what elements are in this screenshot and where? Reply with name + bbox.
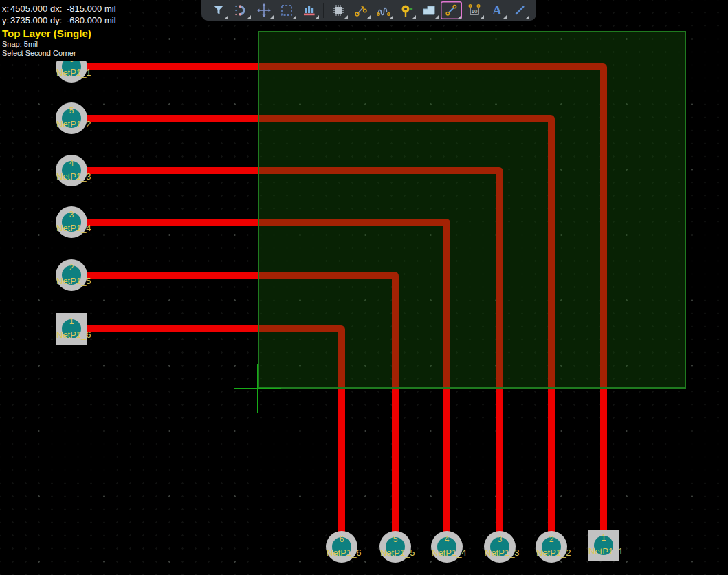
bottom-pad-4[interactable]: 4NetP1_4 bbox=[431, 531, 463, 563]
flyout-corner-icon bbox=[412, 15, 416, 19]
pad-net-label: NetP1_6 bbox=[56, 330, 91, 340]
flyout-corner-icon bbox=[526, 15, 529, 19]
pad-designator: 5 bbox=[56, 107, 87, 116]
flyout-corner-icon bbox=[503, 15, 507, 19]
tool-move-button[interactable] bbox=[253, 1, 274, 19]
bottom-pad-1[interactable]: 1NetP1_1 bbox=[588, 530, 619, 561]
route-arrow-icon bbox=[353, 3, 368, 18]
via-icon bbox=[399, 3, 414, 18]
tool-area-select-button[interactable] bbox=[276, 1, 297, 19]
active-layer-label: Top Layer (Single) bbox=[2, 27, 116, 40]
hud-dx-value: -815.000 mil bbox=[67, 3, 116, 14]
hud-x-value: 4505.000 bbox=[10, 3, 50, 14]
text-icon: A bbox=[489, 3, 505, 18]
flyout-corner-icon bbox=[316, 15, 319, 19]
flyout-corner-icon bbox=[270, 15, 274, 19]
bottom-pad-3[interactable]: 3NetP1_3 bbox=[484, 531, 516, 563]
pad-designator: 3 bbox=[484, 535, 516, 544]
left-pad-1[interactable]: 1NetP1_6 bbox=[56, 313, 87, 345]
pad-designator: 2 bbox=[536, 535, 567, 544]
pad-net-label: NetP1_5 bbox=[380, 548, 415, 558]
selection-rectangle bbox=[258, 31, 686, 389]
hud-dy-label: dy: bbox=[50, 14, 67, 26]
floating-toolbar: 10A bbox=[201, 0, 536, 21]
line-icon bbox=[512, 3, 527, 18]
selection-rect-icon bbox=[279, 3, 294, 18]
flyout-corner-icon bbox=[390, 15, 393, 19]
toolbar-separator bbox=[323, 3, 324, 18]
flyout-corner-icon bbox=[293, 15, 296, 19]
flyout-corner-icon bbox=[225, 15, 228, 19]
pad-net-label: NetP1_4 bbox=[56, 224, 91, 233]
pad-net-label: NetP1_2 bbox=[56, 120, 91, 129]
bottom-pad-5[interactable]: 5NetP1_5 bbox=[379, 531, 411, 563]
tool-place-line-button[interactable] bbox=[509, 1, 530, 19]
flyout-corner-icon bbox=[344, 15, 348, 19]
left-pad-2[interactable]: 2NetP1_5 bbox=[56, 259, 87, 291]
tool-filter-button[interactable] bbox=[208, 1, 229, 19]
bottom-pad-2[interactable]: 2NetP1_2 bbox=[536, 531, 567, 563]
flyout-corner-icon bbox=[247, 15, 251, 19]
hud-y-row: y: 3735.000 dy: -680.000 mil bbox=[2, 14, 116, 26]
pad-net-label: NetP1_1 bbox=[588, 547, 624, 556]
pad-designator: 3 bbox=[56, 210, 87, 219]
magnet-icon bbox=[234, 3, 249, 18]
pad-designator: 6 bbox=[326, 535, 357, 544]
hud-y-value: 3735.000 bbox=[10, 14, 50, 26]
polygon-icon bbox=[421, 3, 437, 18]
pcb-editor-screen: 6NetP1_15NetP1_24NetP1_33NetP1_42NetP1_5… bbox=[0, 0, 728, 575]
pad-designator: 4 bbox=[431, 535, 463, 544]
pad-designator: 2 bbox=[56, 263, 87, 272]
tool-snap-options-button[interactable] bbox=[230, 1, 252, 19]
flyout-corner-icon bbox=[481, 15, 484, 19]
pad-net-label: NetP1_6 bbox=[327, 548, 362, 558]
pad-net-label: NetP1_3 bbox=[485, 548, 520, 558]
tool-place-component-button[interactable] bbox=[327, 1, 349, 19]
pad-columns-icon bbox=[302, 3, 317, 18]
tool-polygon-pour-button[interactable] bbox=[418, 1, 439, 19]
pad-designator: 1 bbox=[588, 534, 619, 543]
tool-tune-length-button[interactable] bbox=[373, 1, 394, 19]
tool-place-pad-button[interactable] bbox=[298, 1, 320, 19]
flyout-corner-icon bbox=[367, 15, 371, 19]
pad-net-label: NetP1_2 bbox=[536, 548, 571, 558]
svg-text:10: 10 bbox=[471, 8, 477, 14]
accordion-icon bbox=[376, 3, 391, 18]
tool-dimension-button[interactable]: 10 bbox=[463, 1, 485, 19]
flyout-corner-icon bbox=[435, 15, 439, 19]
snap-grid-label: Snap: 5mil bbox=[2, 40, 116, 49]
filter-icon bbox=[211, 3, 226, 18]
bottom-pad-6[interactable]: 6NetP1_6 bbox=[326, 531, 357, 563]
pad-net-label: NetP1_4 bbox=[432, 548, 467, 558]
pad-designator: 5 bbox=[379, 535, 411, 544]
hud-dx-label: dx: bbox=[50, 3, 67, 14]
heads-up-display: x: 4505.000 dx: -815.000 mil y: 3735.000… bbox=[0, 0, 126, 61]
flyout-corner-icon bbox=[458, 15, 461, 19]
move-cross-icon bbox=[256, 3, 272, 18]
pad-net-label: NetP1_5 bbox=[56, 276, 91, 286]
hud-dy-value: -680.000 mil bbox=[67, 14, 116, 26]
dimension-icon: 10 bbox=[467, 3, 482, 18]
left-pad-4[interactable]: 4NetP1_3 bbox=[56, 155, 87, 186]
tool-place-track-button[interactable] bbox=[441, 1, 462, 19]
tool-interactive-route-button[interactable] bbox=[350, 1, 371, 19]
pad-designator: 1 bbox=[56, 317, 87, 326]
track-icon bbox=[444, 3, 459, 18]
pad-net-label: NetP1_1 bbox=[56, 68, 91, 78]
left-pad-3[interactable]: 3NetP1_4 bbox=[56, 206, 87, 238]
hud-x-row: x: 4505.000 dx: -815.000 mil bbox=[2, 3, 116, 14]
pad-designator: 4 bbox=[56, 159, 87, 168]
crosshair-cursor-vertical bbox=[257, 364, 258, 413]
tool-place-via-button[interactable] bbox=[395, 1, 417, 19]
status-prompt: Select Second Corner bbox=[2, 49, 116, 58]
tool-place-text-button[interactable]: A bbox=[486, 1, 507, 19]
svg-text:A: A bbox=[492, 3, 501, 17]
left-pad-5[interactable]: 5NetP1_2 bbox=[56, 102, 87, 134]
pad-net-label: NetP1_3 bbox=[56, 172, 91, 182]
chip-icon bbox=[331, 3, 346, 18]
hud-x-label: x: bbox=[2, 3, 10, 14]
hud-y-label: y: bbox=[2, 14, 10, 26]
